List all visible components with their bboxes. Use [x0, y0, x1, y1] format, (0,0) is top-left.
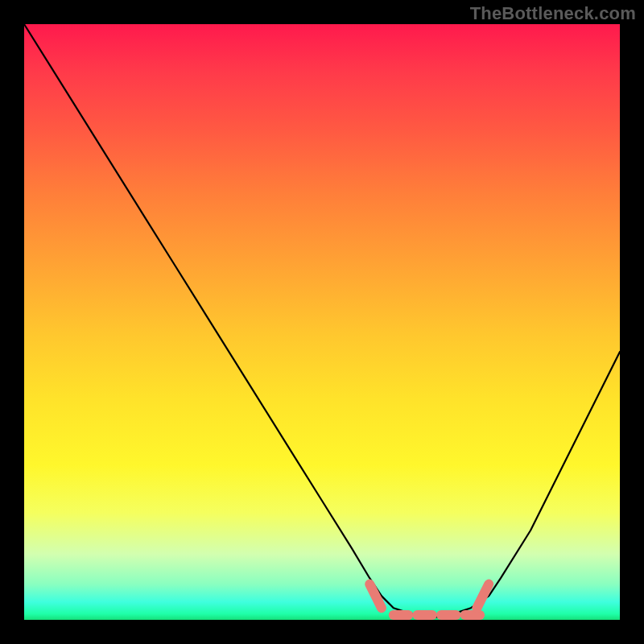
curve-layer [24, 24, 620, 620]
optimal-region-accent [369, 584, 489, 616]
plot-area [24, 24, 620, 620]
chart-frame: TheBottleneck.com [0, 0, 644, 644]
watermark-text: TheBottleneck.com [470, 3, 636, 24]
bottleneck-curve [24, 24, 620, 617]
